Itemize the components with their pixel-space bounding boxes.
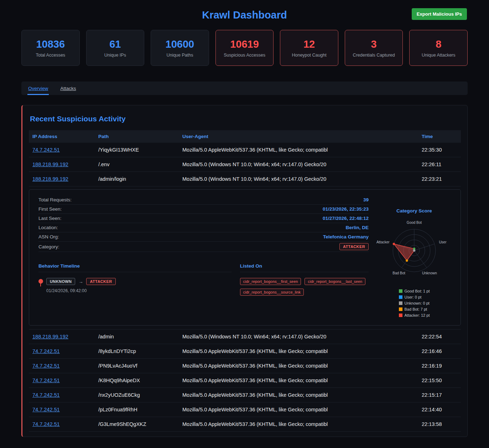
tab-attacks[interactable]: Attacks (59, 81, 77, 95)
timeline-timestamp: 01/24/2026, 09:42:00 (46, 288, 116, 293)
path-cell: /nx2yUOZuE6Ckg (95, 388, 179, 402)
user-agent-cell: Mozilla/5.0 AppleWebKit/537.36 (KHTML, l… (179, 359, 418, 373)
field-value: 01/23/2026, 22:35:23 (323, 206, 369, 212)
table-row[interactable]: 188.218.99.192 /admin/login Mozilla/5.0 … (29, 172, 461, 186)
detail-bottom-sections: Behavior Timeline UNKNOWN → AT (38, 263, 369, 296)
table-header-row: IP Address Path User-Agent Time (29, 130, 461, 143)
path-cell: /G3Lme9ShEQgXKZ (95, 417, 179, 432)
ip-link[interactable]: 74.7.242.51 (32, 407, 60, 412)
ip-link[interactable]: 188.218.99.192 (32, 162, 68, 167)
ip-link[interactable]: 74.7.242.51 (32, 363, 60, 369)
field-value: Telefonica Germany (323, 234, 369, 239)
user-agent-cell: Mozilla/5.0 (Windows NT 10.0; Win64; x64… (179, 172, 418, 186)
legend-swatch (399, 301, 402, 305)
radar-point (413, 249, 415, 252)
time-cell: 22:23:21 (418, 172, 461, 186)
legend-label: Attacker: 12 pt (405, 313, 430, 317)
ip-link[interactable]: 74.7.242.51 (32, 378, 60, 383)
field-label: First Seen: (38, 206, 62, 212)
category-score-radar: Good BotUserUnknownBad BotAttacker (373, 214, 456, 286)
stat-card-unique-attackers: 8 Unique Attackers (409, 30, 468, 66)
ip-link[interactable]: 74.7.242.51 (32, 392, 60, 398)
ip-detail-fields: Total Requests: 39 First Seen: 01/23/202… (34, 195, 373, 317)
table-row[interactable]: 74.7.242.51 /K8HQq9hAipeDX Mozilla/5.0 A… (29, 373, 461, 388)
timeline-from-badge: UNKNOWN (46, 278, 75, 285)
column-header-path: Path (95, 130, 179, 143)
stat-value: 8 (436, 38, 441, 50)
arrow-right-icon: → (78, 279, 83, 284)
radar-axis-label: Good Bot (407, 221, 422, 225)
path-cell: /8ykdLnDYTi2cp (95, 344, 179, 359)
panel-title: Recent Suspicious Activity (30, 115, 461, 123)
table-row[interactable]: 74.7.242.51 /G3Lme9ShEQgXKZ Mozilla/5.0 … (29, 417, 461, 432)
field-label: ASN Org: (38, 234, 59, 239)
listed-on-badge[interactable]: cidr_report_bogons__first_seen (240, 278, 301, 285)
stat-card-unique-paths: 10600 Unique Paths (151, 30, 209, 66)
time-cell: 22:35:30 (418, 143, 461, 157)
ip-detail-panel: Total Requests: 39 First Seen: 01/23/202… (29, 189, 461, 326)
ip-link[interactable]: 74.7.242.51 (32, 147, 60, 153)
stat-card-unique-ips: 61 Unique IPs (86, 30, 145, 66)
radar-axis-label: Bad Bot (392, 271, 405, 275)
ip-link[interactable]: 188.218.99.192 (32, 176, 68, 182)
field-label: Category: (38, 244, 59, 249)
category-badge: ATTACKER (339, 243, 369, 250)
legend-swatch (399, 307, 402, 311)
legend-item: Unknown: 0 pt (399, 301, 430, 305)
table-row[interactable]: 74.7.242.51 /pLz0Fnua9fRhH Mozilla/5.0 A… (29, 402, 461, 417)
field-last-seen: Last Seen: 01/27/2026, 22:48:12 (38, 214, 369, 223)
stat-value: 10600 (166, 38, 194, 50)
time-cell: 22:26:11 (418, 157, 461, 172)
stat-card-total-accesses: 10836 Total Accesses (21, 30, 80, 66)
user-agent-cell: Mozilla/5.0 AppleWebKit/537.36 (KHTML, l… (179, 417, 418, 432)
radar-polygon (394, 244, 414, 261)
stat-card-suspicious-accesses: 10619 Suspicious Accesses (215, 30, 274, 66)
user-agent-cell: Mozilla/5.0 AppleWebKit/537.36 (KHTML, l… (179, 402, 418, 417)
user-agent-cell: Mozilla/5.0 AppleWebKit/537.36 (KHTML, l… (179, 344, 418, 359)
export-malicious-ips-button[interactable]: Export Malicious IPs (412, 8, 467, 20)
field-value: 01/27/2026, 22:48:12 (323, 216, 369, 221)
stat-label: Suspicious Accesses (224, 53, 265, 58)
legend-item: Good Bot: 1 pt (399, 289, 430, 293)
tab-overview[interactable]: Overview (27, 81, 49, 95)
column-header-user-agent: User-Agent (179, 130, 418, 143)
legend-label: Unknown: 0 pt (405, 301, 430, 305)
behavior-timeline-title: Behavior Timeline (38, 263, 232, 272)
path-cell: /admin (95, 330, 179, 344)
legend-label: User: 0 pt (405, 295, 422, 299)
ip-link[interactable]: 74.7.242.51 (32, 348, 60, 354)
stat-card-credentials-captured: 3 Credentials Captured (345, 30, 403, 66)
detail-row: Total Requests: 39 First Seen: 01/23/202… (29, 186, 461, 330)
legend-label: Good Bot: 1 pt (405, 289, 430, 293)
app-title: Krawl Dashboard (202, 9, 287, 21)
ip-link[interactable]: 74.7.242.51 (32, 421, 60, 427)
suspicious-activity-table: IP Address Path User-Agent Time 74.7.242… (29, 130, 461, 432)
table-row[interactable]: 74.7.242.51 /PN9LvAcJ4uoVf Mozilla/5.0 A… (29, 359, 461, 373)
legend-item: Bad Bot: 7 pt (399, 307, 430, 311)
path-cell: /YiqykGI13WHXE (95, 143, 179, 157)
radar-point (406, 259, 408, 262)
field-total-requests: Total Requests: 39 (38, 195, 369, 205)
listed-on-section: Listed On cidr_report_bogons__first_seen… (240, 263, 369, 296)
listed-on-badge[interactable]: cidr_report_bogons__last_seen (305, 278, 365, 285)
stat-label: Credentials Captured (353, 53, 395, 58)
time-cell: 22:16:19 (418, 359, 461, 373)
table-row[interactable]: 74.7.242.51 /8ykdLnDYTi2cp Mozilla/5.0 A… (29, 344, 461, 359)
radar-legend: Good Bot: 1 ptUser: 0 ptUnknown: 0 ptBad… (399, 289, 430, 317)
legend-label: Bad Bot: 7 pt (405, 307, 427, 311)
user-agent-cell: Mozilla/5.0 AppleWebKit/537.36 (KHTML, l… (179, 373, 418, 388)
legend-swatch (399, 289, 402, 293)
table-row[interactable]: 188.218.99.192 /admin Mozilla/5.0 (Windo… (29, 330, 461, 344)
field-label: Total Requests: (38, 197, 72, 202)
listed-on-badge[interactable]: cidr_report_bogons__source_link (240, 289, 304, 296)
table-row[interactable]: 74.7.242.51 /nx2yUOZuE6Ckg Mozilla/5.0 A… (29, 388, 461, 402)
header: Krawl Dashboard Export Malicious IPs (21, 0, 468, 30)
user-agent-cell: Mozilla/5.0 (Windows NT 10.0; Win64; x64… (179, 157, 418, 172)
category-score-title: Category Score (373, 208, 456, 214)
table-row[interactable]: 74.7.242.51 /YiqykGI13WHXE Mozilla/5.0 A… (29, 143, 461, 157)
ip-link[interactable]: 188.218.99.192 (32, 334, 68, 339)
field-value: Berlin, DE (345, 225, 369, 230)
table-row[interactable]: 188.218.99.192 /.env Mozilla/5.0 (Window… (29, 157, 461, 172)
category-score-section: Category Score Good BotUserUnknownBad Bo… (373, 195, 456, 317)
path-cell: /.env (95, 157, 179, 172)
